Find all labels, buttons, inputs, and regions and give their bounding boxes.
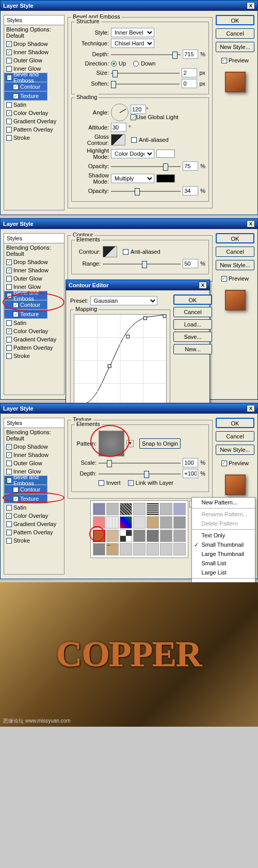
- effect-checkbox[interactable]: ✓: [13, 312, 19, 317]
- link-layer-checkbox[interactable]: ✓: [128, 480, 134, 486]
- sidebar-item[interactable]: Pattern Overlay: [4, 343, 64, 352]
- contour-curve[interactable]: [74, 314, 167, 407]
- size-input[interactable]: [182, 68, 197, 77]
- preview-checkbox[interactable]: ✓: [221, 276, 227, 282]
- sidebar-item[interactable]: ✓Color Overlay: [4, 327, 64, 335]
- sidebar-item[interactable]: Pattern Overlay: [4, 528, 64, 536]
- effect-checkbox[interactable]: ✓: [7, 478, 12, 483]
- highlight-opacity-input[interactable]: [183, 161, 198, 171]
- depth-input[interactable]: [183, 50, 198, 59]
- sidebar-item[interactable]: Stroke: [4, 536, 64, 545]
- range-slider[interactable]: [103, 260, 181, 267]
- effect-checkbox[interactable]: ✓: [13, 93, 19, 99]
- effect-checkbox[interactable]: ✓: [6, 259, 12, 265]
- pattern-grid[interactable]: ===: [90, 500, 188, 558]
- effect-checkbox[interactable]: [6, 505, 12, 511]
- depth-slider[interactable]: [111, 51, 181, 58]
- sidebar-item[interactable]: ✓Color Overlay: [4, 109, 64, 117]
- sidebar-item[interactable]: Outer Glow: [4, 274, 64, 283]
- new-style-button[interactable]: New Style...: [216, 445, 254, 455]
- sidebar-item[interactable]: ✓Drop Shadow: [4, 40, 64, 48]
- sidebar-item[interactable]: ✓Bevel and Emboss: [4, 73, 47, 82]
- down-radio[interactable]: [133, 61, 139, 67]
- highlight-color-swatch[interactable]: [156, 150, 175, 158]
- close-button[interactable]: X: [247, 2, 255, 9]
- sidebar-item[interactable]: Stroke: [4, 134, 64, 142]
- effect-checkbox[interactable]: ✓: [7, 75, 12, 80]
- depth-slider[interactable]: [99, 470, 181, 477]
- shadow-opacity-slider[interactable]: [111, 187, 181, 194]
- close-button[interactable]: X: [247, 220, 255, 227]
- effect-checkbox[interactable]: [6, 66, 12, 72]
- up-radio[interactable]: [111, 61, 117, 67]
- sidebar-item[interactable]: Satin: [4, 101, 64, 109]
- sidebar-item[interactable]: Blending Options: Default: [4, 25, 64, 40]
- effect-checkbox[interactable]: [6, 58, 12, 63]
- sidebar-item[interactable]: ✓Drop Shadow: [4, 258, 64, 266]
- soften-input[interactable]: [182, 79, 197, 88]
- preview-checkbox[interactable]: ✓: [221, 461, 227, 466]
- sidebar-item[interactable]: Gradient Overlay: [4, 520, 64, 528]
- pattern-picker[interactable]: [99, 431, 124, 456]
- sidebar-item[interactable]: ✓Inner Shadow: [4, 48, 64, 56]
- sidebar-item[interactable]: ✓Inner Shadow: [4, 266, 64, 274]
- cancel-button[interactable]: Cancel: [216, 247, 254, 257]
- effect-checkbox[interactable]: [6, 276, 12, 282]
- style-select[interactable]: Inner Bevel: [111, 28, 154, 37]
- sidebar-item[interactable]: ✓Texture: [4, 309, 47, 319]
- sidebar-item[interactable]: ✓Texture: [4, 494, 47, 503]
- cancel-button[interactable]: Cancel: [216, 431, 254, 441]
- angle-input[interactable]: [131, 105, 146, 114]
- snap-to-origin-button[interactable]: Snap to Origin: [139, 438, 181, 449]
- ok-button[interactable]: OK: [216, 418, 254, 428]
- sidebar-item[interactable]: Outer Glow: [4, 459, 64, 467]
- preview-checkbox[interactable]: ✓: [221, 58, 227, 63]
- effect-checkbox[interactable]: ✓: [6, 452, 12, 458]
- contour-picker[interactable]: [103, 246, 117, 257]
- menu-item[interactable]: Small List: [192, 559, 255, 568]
- effect-checkbox[interactable]: [6, 127, 12, 133]
- ok-button[interactable]: OK: [216, 15, 254, 25]
- sidebar-item[interactable]: Blending Options: Default: [4, 243, 64, 258]
- highlight-opacity-slider[interactable]: [111, 162, 181, 170]
- effect-checkbox[interactable]: [6, 102, 12, 108]
- effect-checkbox[interactable]: ✓: [13, 84, 19, 90]
- sidebar-header[interactable]: Styles: [4, 234, 64, 243]
- effect-checkbox[interactable]: ✓: [13, 496, 19, 502]
- antialiased-checkbox[interactable]: [123, 249, 128, 255]
- sidebar-item[interactable]: Stroke: [4, 352, 64, 360]
- menu-item[interactable]: Small Thumbnail: [192, 540, 255, 549]
- menu-item[interactable]: Text Only: [192, 531, 255, 540]
- effect-checkbox[interactable]: [6, 320, 12, 326]
- sidebar-item[interactable]: Gradient Overlay: [4, 117, 64, 125]
- sidebar-item[interactable]: ✓Bevel and Emboss: [4, 476, 47, 485]
- new-style-button[interactable]: New Style...: [216, 42, 254, 52]
- editor-ok-button[interactable]: OK: [173, 294, 212, 305]
- angle-wheel[interactable]: [111, 104, 128, 121]
- range-input[interactable]: [183, 259, 198, 268]
- editor-cancel-button[interactable]: Cancel: [173, 307, 212, 317]
- depth-input[interactable]: [183, 469, 198, 478]
- scale-input[interactable]: [183, 458, 198, 467]
- sidebar-item[interactable]: ✓Drop Shadow: [4, 443, 64, 451]
- menu-item[interactable]: Large List: [192, 568, 255, 577]
- altitude-input[interactable]: [111, 123, 126, 132]
- effect-checkbox[interactable]: ✓: [6, 329, 12, 334]
- sidebar-item[interactable]: ✓Texture: [4, 91, 47, 101]
- sidebar-item[interactable]: Satin: [4, 319, 64, 327]
- effect-checkbox[interactable]: [6, 119, 12, 124]
- sidebar-item[interactable]: Gradient Overlay: [4, 335, 64, 343]
- gloss-contour-picker[interactable]: [111, 134, 125, 145]
- sidebar-item[interactable]: Pattern Overlay: [4, 125, 64, 134]
- editor-load-button[interactable]: Load...: [173, 319, 212, 330]
- effect-checkbox[interactable]: [6, 284, 12, 290]
- global-light-checkbox[interactable]: ✓: [131, 114, 136, 120]
- effect-checkbox[interactable]: [6, 530, 12, 535]
- effect-checkbox[interactable]: ✓: [6, 110, 12, 116]
- editor-new-button[interactable]: New...: [173, 344, 212, 354]
- effect-checkbox[interactable]: ✓: [13, 302, 19, 308]
- pattern-dropdown-arrow[interactable]: ▾: [126, 440, 134, 447]
- ok-button[interactable]: OK: [216, 233, 254, 243]
- cancel-button[interactable]: Cancel: [216, 28, 254, 39]
- highlight-mode-select[interactable]: Color Dodge: [111, 149, 154, 158]
